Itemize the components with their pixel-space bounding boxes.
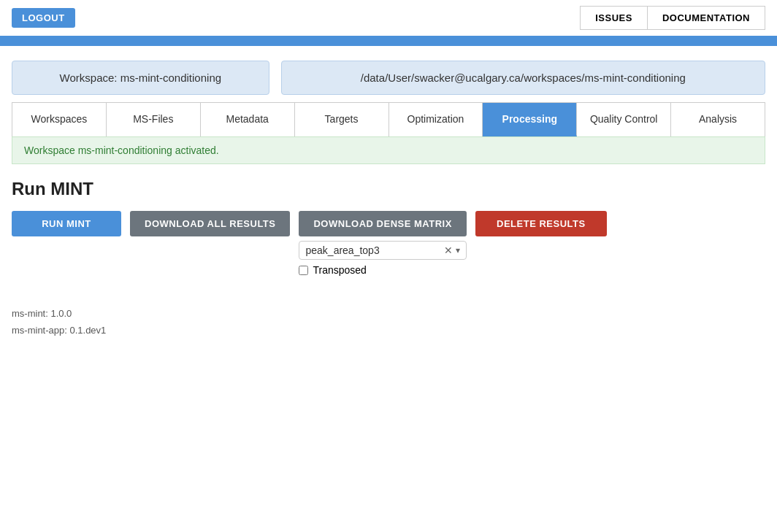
- download-all-button[interactable]: DOWNLOAD ALL RESULTS: [130, 211, 290, 236]
- main-content: Run MINT RUN MINT DOWNLOAD ALL RESULTS D…: [12, 179, 765, 276]
- footer: ms-mint: 1.0.0 ms-mint-app: 0.1.dev1: [12, 305, 765, 339]
- tabs-container: Workspaces MS-Files Metadata Targets Opt…: [12, 102, 765, 136]
- tab-metadata[interactable]: Metadata: [201, 103, 295, 136]
- tab-targets[interactable]: Targets: [295, 103, 389, 136]
- issues-button[interactable]: ISSUES: [580, 6, 647, 30]
- tab-analysis[interactable]: Analysis: [671, 103, 765, 136]
- dense-select-value: peak_area_top3: [305, 244, 443, 256]
- workspace-name-box: Workspace: ms-mint-conditioning: [12, 61, 269, 95]
- tab-ms-files[interactable]: MS-Files: [107, 103, 201, 136]
- select-clear-icon[interactable]: ✕: [444, 244, 453, 256]
- top-nav: ISSUES DOCUMENTATION: [580, 6, 765, 30]
- tab-processing[interactable]: Processing: [483, 103, 577, 136]
- delete-results-button[interactable]: DELETE RESULTS: [475, 211, 607, 236]
- ms-mint-version: ms-mint: 1.0.0: [12, 305, 765, 322]
- documentation-button[interactable]: DOCUMENTATION: [647, 6, 765, 30]
- section-title: Run MINT: [12, 179, 765, 199]
- action-row: RUN MINT DOWNLOAD ALL RESULTS DOWNLOAD D…: [12, 211, 765, 276]
- transposed-label[interactable]: Transposed: [313, 264, 366, 276]
- download-dense-button[interactable]: DOWNLOAD DENSE MATRIX: [299, 211, 466, 236]
- workspace-section: Workspace: ms-mint-conditioning /data/Us…: [12, 61, 765, 95]
- notification-bar: Workspace ms-mint-conditioning activated…: [12, 136, 765, 164]
- tabs: Workspaces MS-Files Metadata Targets Opt…: [12, 102, 765, 136]
- workspace-path-label: /data/User/swacker@ucalgary.ca/workspace…: [361, 72, 686, 84]
- workspace-name-label: Workspace: ms-mint-conditioning: [60, 72, 221, 84]
- dense-matrix-select[interactable]: peak_area_top3 ✕ ▾: [299, 241, 466, 260]
- transposed-row: Transposed: [299, 264, 466, 276]
- run-mint-button[interactable]: RUN MINT: [12, 211, 121, 236]
- select-chevron-icon[interactable]: ▾: [456, 245, 460, 255]
- tab-workspaces[interactable]: Workspaces: [12, 103, 107, 136]
- dense-section: DOWNLOAD DENSE MATRIX peak_area_top3 ✕ ▾…: [299, 211, 466, 276]
- logout-button[interactable]: LOGOUT: [12, 8, 75, 28]
- ms-mint-app-version: ms-mint-app: 0.1.dev1: [12, 322, 765, 339]
- tab-quality-control[interactable]: Quality Control: [577, 103, 671, 136]
- progress-bar: [0, 36, 777, 46]
- transposed-checkbox[interactable]: [299, 266, 308, 275]
- workspace-path-box: /data/User/swacker@ucalgary.ca/workspace…: [281, 61, 765, 95]
- tab-optimization[interactable]: Optimization: [389, 103, 483, 136]
- top-bar: LOGOUT ISSUES DOCUMENTATION: [0, 0, 777, 36]
- notification-message: Workspace ms-mint-conditioning activated…: [24, 144, 219, 156]
